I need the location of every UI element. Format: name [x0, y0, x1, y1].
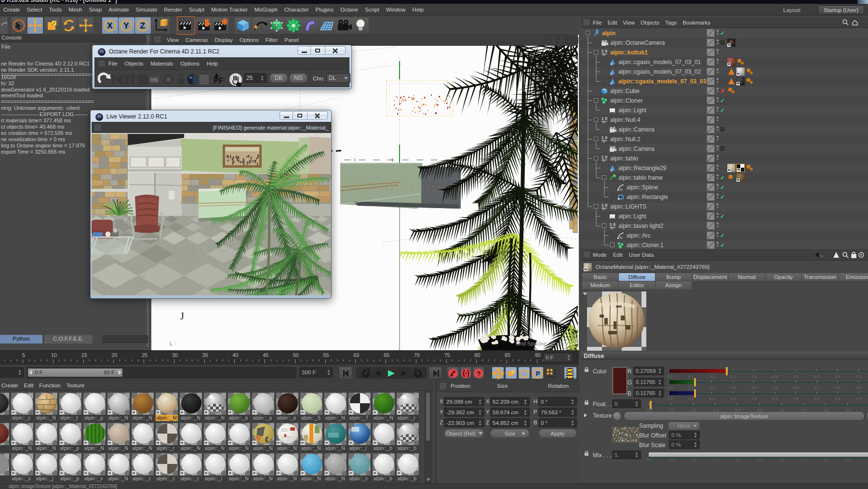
svg-text:?: ?: [476, 370, 481, 378]
svg-text:Grid Spacing: 10 cm: Grid Spacing: 10 cm: [516, 341, 564, 346]
svg-text:J: J: [180, 311, 184, 321]
svg-text:P: P: [536, 370, 540, 377]
svg-text:Z: Z: [140, 21, 145, 30]
svg-text:res: res: [151, 77, 158, 82]
svg-text:PF: PF: [214, 77, 224, 85]
svg-text:X: X: [107, 21, 113, 30]
svg-text:L: L: [170, 341, 173, 346]
svg-text::: :: [174, 341, 176, 345]
svg-text:Y: Y: [123, 21, 129, 30]
